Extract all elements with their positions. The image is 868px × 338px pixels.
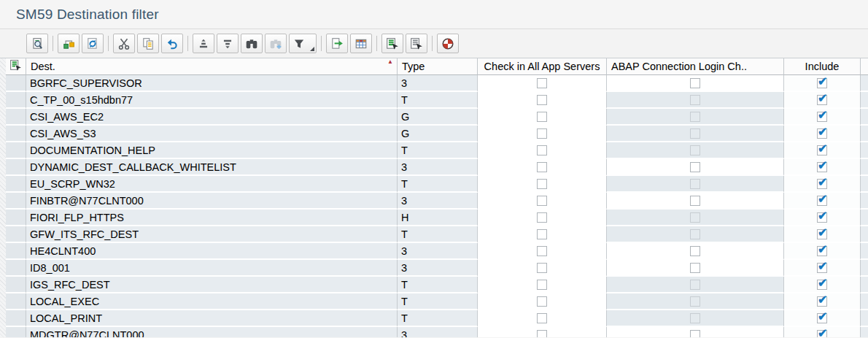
dest-cell[interactable]: DOCUMENTATION_HELP [26, 142, 398, 159]
refresh-button[interactable] [82, 34, 104, 53]
dest-cell[interactable]: DYNAMIC_DEST_CALLBACK_WHITELIST [26, 159, 398, 176]
abap-login-checkbox[interactable] [690, 212, 700, 223]
column-header-check-all[interactable]: Check in All App Servers [478, 58, 607, 75]
include-checkbox[interactable] [817, 263, 827, 273]
cut-button[interactable] [113, 34, 135, 53]
abap-login-checkbox[interactable] [690, 263, 700, 273]
abap-login-checkbox[interactable] [690, 112, 700, 122]
type-cell[interactable]: T [398, 310, 478, 327]
type-cell[interactable]: T [398, 293, 478, 310]
include-checkbox[interactable] [817, 330, 827, 338]
include-checkbox[interactable] [817, 229, 827, 239]
dest-cell[interactable]: FINBTR@N77CLNT000 [26, 193, 398, 210]
abap-login-checkbox[interactable] [690, 196, 700, 206]
check-all-checkbox[interactable] [537, 330, 547, 338]
abap-login-checkbox[interactable] [690, 313, 700, 323]
row-select-cell[interactable] [6, 310, 26, 327]
dest-cell[interactable]: C_TP_00_s15hdbn77 [26, 92, 398, 109]
abap-login-checkbox[interactable] [690, 229, 700, 239]
dest-cell[interactable]: GFW_ITS_RFC_DEST [26, 226, 398, 243]
check-all-checkbox[interactable] [537, 128, 547, 139]
row-select-cell[interactable] [6, 159, 26, 176]
row-select-cell[interactable] [6, 226, 26, 243]
include-checkbox[interactable] [817, 112, 827, 122]
select-all-header[interactable] [6, 58, 26, 75]
include-checkbox[interactable] [817, 145, 827, 155]
abap-login-checkbox[interactable] [690, 145, 700, 155]
abap-login-checkbox[interactable] [690, 280, 700, 290]
find-button[interactable] [241, 34, 263, 53]
type-cell[interactable]: G [398, 126, 478, 142]
row-select-cell[interactable] [6, 243, 26, 260]
type-cell[interactable]: T [398, 92, 478, 109]
copy-button[interactable] [137, 34, 159, 53]
export-button[interactable] [326, 34, 348, 53]
swap-objects-button[interactable] [58, 34, 80, 53]
abap-login-checkbox[interactable] [690, 162, 700, 172]
dest-cell[interactable]: ID8_001 [26, 260, 398, 277]
row-select-cell[interactable] [6, 75, 26, 92]
row-select-cell[interactable] [6, 109, 26, 126]
include-checkbox[interactable] [817, 95, 827, 105]
check-all-checkbox[interactable] [537, 95, 547, 105]
include-checkbox[interactable] [817, 212, 827, 223]
include-checkbox[interactable] [817, 78, 827, 88]
type-cell[interactable]: T [398, 176, 478, 193]
dest-cell[interactable]: FIORI_FLP_HTTPS [26, 210, 398, 226]
row-select-cell[interactable] [6, 92, 26, 109]
dest-cell[interactable]: CSI_AWS_S3 [26, 126, 398, 142]
type-cell[interactable]: H [398, 210, 478, 226]
graphic-button[interactable] [437, 34, 459, 53]
column-header-include[interactable]: Include [784, 58, 861, 75]
abap-login-checkbox[interactable] [690, 179, 700, 189]
undo-button[interactable] [161, 34, 183, 53]
dest-cell[interactable]: MDGTR@N77CLNT000 [26, 327, 398, 337]
dest-cell[interactable]: IGS_RFC_DEST [26, 277, 398, 293]
check-all-checkbox[interactable] [537, 112, 547, 122]
dest-cell[interactable]: HE4CLNT400 [26, 243, 398, 260]
dest-cell[interactable]: LOCAL_PRINT [26, 310, 398, 327]
table-view-button[interactable] [350, 34, 372, 53]
filter-button[interactable] [289, 34, 317, 53]
row-select-cell[interactable] [6, 193, 26, 210]
dest-cell[interactable]: CSI_AWS_EC2 [26, 109, 398, 126]
dest-cell[interactable]: BGRFC_SUPERVISOR [26, 75, 398, 92]
row-select-cell[interactable] [6, 260, 26, 277]
type-cell[interactable]: G [398, 109, 478, 126]
check-all-checkbox[interactable] [537, 313, 547, 323]
row-select-cell[interactable] [6, 210, 26, 226]
type-cell[interactable]: 3 [398, 159, 478, 176]
include-checkbox[interactable] [817, 296, 827, 307]
abap-login-checkbox[interactable] [690, 246, 700, 256]
find-next-button[interactable] [265, 34, 287, 53]
sort-ascending-button[interactable] [193, 34, 214, 53]
abap-login-checkbox[interactable] [690, 330, 700, 338]
type-cell[interactable]: 3 [398, 193, 478, 210]
column-header-abap-login[interactable]: ABAP Connection Login Ch.. [607, 58, 784, 75]
row-select-cell[interactable] [6, 277, 26, 293]
include-checkbox[interactable] [817, 280, 827, 290]
include-checkbox[interactable] [817, 313, 827, 323]
type-cell[interactable]: 3 [398, 243, 478, 260]
type-cell[interactable]: T [398, 277, 478, 293]
sort-descending-button[interactable] [217, 34, 239, 53]
check-all-checkbox[interactable] [537, 246, 547, 256]
type-cell[interactable]: T [398, 226, 478, 243]
details-button[interactable] [26, 34, 48, 53]
row-select-cell[interactable] [6, 293, 26, 310]
dest-cell[interactable]: LOCAL_EXEC [26, 293, 398, 310]
type-cell[interactable]: 3 [398, 327, 478, 337]
check-all-checkbox[interactable] [537, 145, 547, 155]
check-all-checkbox[interactable] [537, 78, 547, 88]
abap-login-checkbox[interactable] [690, 78, 700, 88]
check-all-checkbox[interactable] [537, 196, 547, 206]
dest-cell[interactable]: EU_SCRP_WN32 [26, 176, 398, 193]
check-all-checkbox[interactable] [537, 229, 547, 239]
column-header-type[interactable]: Type [398, 58, 478, 75]
type-cell[interactable]: 3 [398, 260, 478, 277]
type-cell[interactable]: T [398, 142, 478, 159]
include-checkbox[interactable] [817, 246, 827, 256]
check-all-checkbox[interactable] [537, 162, 547, 172]
column-header-dest[interactable]: Dest. ▲ [26, 58, 398, 75]
include-checkbox[interactable] [817, 179, 827, 189]
